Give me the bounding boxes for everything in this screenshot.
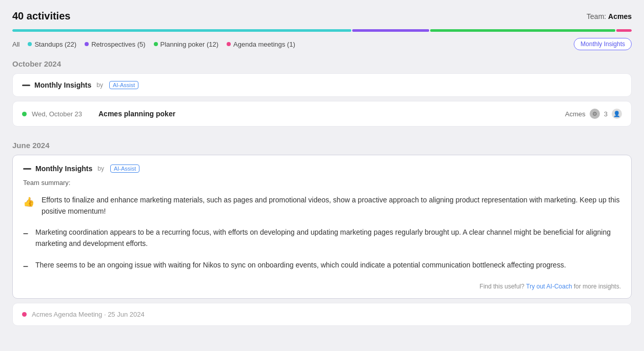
monthly-insights-card-expanded: Monthly Insights by AI-Assist Team summa… (12, 155, 632, 299)
activity-meta: Acmes ⚙ 3 👤 (565, 109, 622, 119)
section-heading: June 2024 (12, 141, 632, 150)
bullet-dash: – (23, 259, 28, 274)
filter-dot (85, 42, 89, 46)
activity-row[interactable]: Wed, October 23 Acmes planning poker Acm… (12, 101, 632, 127)
filter-label: Agenda meetings (1) (233, 40, 295, 48)
filter-label: Standups (22) (34, 40, 76, 48)
footer-hint: Find this useful? Try out AI-Coach for m… (23, 283, 621, 290)
by-label: by (97, 165, 104, 172)
teaser-dot (22, 312, 27, 317)
insights-icon (22, 85, 30, 86)
teaser-row[interactable]: Acmes Agenda Meeting · 25 Jun 2024 (12, 303, 632, 326)
insights-label: Monthly Insights (34, 81, 91, 89)
bullet-item: – There seems to be an ongoing issue wit… (23, 260, 621, 274)
bullet-dash: – (23, 226, 28, 241)
activity-team: Acmes (565, 110, 586, 118)
filter-dot (28, 42, 32, 46)
teaser-text: Acmes Agenda Meeting · 25 Jun 2024 (32, 311, 145, 318)
filter-label: Retrospectives (5) (91, 40, 145, 48)
activity-date: Wed, October 23 (32, 110, 93, 118)
filter-item[interactable]: Standups (22) (28, 40, 76, 48)
ai-assist-badge: AI-Assist (110, 164, 139, 173)
filter-item[interactable]: Agenda meetings (1) (227, 40, 295, 48)
insights-header: Monthly Insights by AI-Assist (23, 164, 621, 173)
ai-assist-badge: AI-Assist (109, 81, 138, 89)
filter-all[interactable]: All (12, 40, 19, 48)
bullet-list: 👍 Efforts to finalize and enhance market… (23, 195, 621, 274)
bullet-item: 👍 Efforts to finalize and enhance market… (23, 195, 621, 217)
insights-icon (23, 168, 31, 170)
by-label: by (96, 81, 103, 89)
team-name: Acmes (608, 12, 632, 20)
bullet-item: – Marketing coordination appears to be a… (23, 227, 621, 249)
bullet-text: Efforts to finalize and enhance marketin… (42, 195, 621, 217)
insights-label: Monthly Insights (35, 164, 92, 173)
filter-item[interactable]: Planning poker (12) (154, 40, 218, 48)
bullet-emoji: 👍 (23, 195, 34, 210)
monthly-insights-button[interactable]: Monthly Insights (574, 38, 632, 50)
avatar-icon: ⚙ (590, 109, 600, 119)
team-label: Team: Acmes (587, 12, 632, 20)
sections-container: October 2024 Monthly Insights by AI-Assi… (12, 59, 632, 334)
ai-coach-link[interactable]: Try out AI-Coach (526, 283, 572, 290)
filter-dot (227, 42, 231, 46)
filter-dot (154, 42, 158, 46)
filter-row: All Standups (22)Retrospectives (5)Plann… (12, 38, 632, 50)
team-summary-label: Team summary: (23, 179, 621, 187)
filter-item[interactable]: Retrospectives (5) (85, 40, 145, 48)
monthly-insights-card-collapsed[interactable]: Monthly Insights by AI-Assist (12, 73, 632, 97)
page-container: 40 activities Team: Acmes All Standups (… (0, 0, 644, 344)
activity-name: Acmes planning poker (98, 110, 175, 118)
page-title: 40 activities (12, 10, 70, 22)
person-icon: 👤 (612, 109, 622, 119)
bullet-text: There seems to be an ongoing issue with … (35, 260, 566, 271)
filter-items: Standups (22)Retrospectives (5)Planning … (28, 40, 295, 48)
progress-bar (12, 29, 632, 32)
filter-label: Planning poker (12) (160, 40, 218, 48)
section-heading: October 2024 (12, 59, 632, 68)
header-row: 40 activities Team: Acmes (12, 10, 632, 22)
bullet-text: Marketing coordination appears to be a r… (35, 227, 621, 249)
count-badge: 3 (604, 110, 608, 118)
activity-dot (22, 112, 27, 116)
